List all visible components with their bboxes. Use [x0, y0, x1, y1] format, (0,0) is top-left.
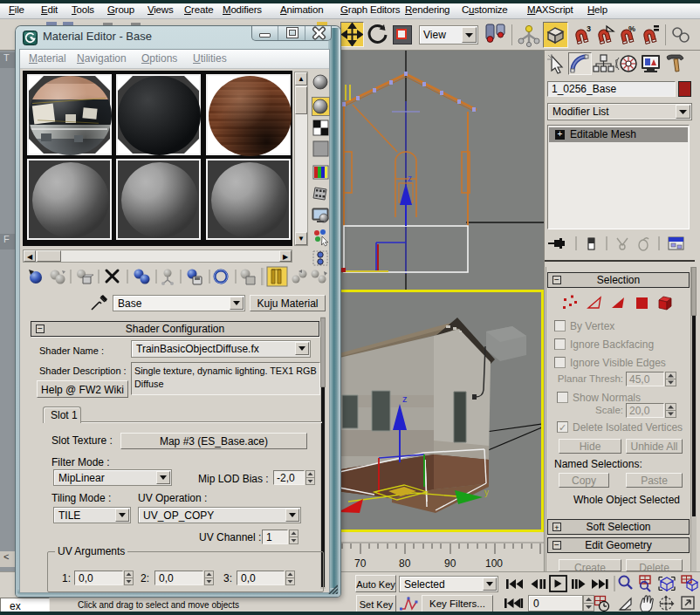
svg-text:3: 3 — [587, 24, 591, 33]
svg-text:100: 100 — [485, 557, 503, 570]
svg-text:80: 80 — [399, 557, 411, 570]
svg-text:%: % — [628, 24, 635, 33]
svg-text:z: z — [402, 393, 408, 404]
svg-text:70: 70 — [354, 557, 367, 570]
svg-text:z: z — [408, 174, 412, 183]
svg-text:90: 90 — [444, 557, 456, 570]
svg-text:y: y — [484, 488, 489, 497]
